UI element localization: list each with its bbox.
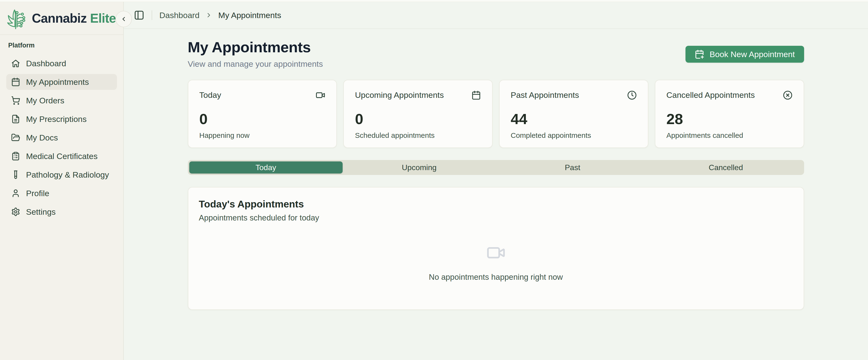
stat-card-value: 44 [511, 111, 637, 127]
window-top-edge [0, 0, 868, 2]
sidebar-item-pathology-radiology[interactable]: Pathology & Radiology [6, 167, 117, 183]
book-new-appointment-button[interactable]: Book New Appointment [685, 46, 804, 63]
stat-card-value: 28 [666, 111, 793, 127]
sidebar-item-label: My Prescriptions [26, 114, 87, 124]
sidebar-item-label: My Appointments [26, 77, 89, 87]
brand-word-secondary: Elite [90, 11, 116, 26]
chevron-right-icon [205, 11, 212, 19]
stat-card-value: 0 [355, 111, 481, 127]
stat-card-cancelled: Cancelled Appointments 28 Appointments c… [655, 80, 804, 148]
breadcrumb-current: My Appointments [218, 10, 281, 20]
stat-card-caption: Happening now [199, 131, 326, 139]
book-button-label: Book New Appointment [710, 50, 795, 59]
page-title: My Appointments [188, 39, 323, 56]
page-subtitle: View and manage your appointments [188, 59, 323, 69]
sidebar-collapse-button[interactable] [116, 11, 132, 27]
sidebar-item-my-orders[interactable]: My Orders [6, 93, 117, 108]
panel-title: Today's Appointments [199, 199, 793, 210]
panel-subtitle: Appointments scheduled for today [199, 213, 793, 222]
page-header: My Appointments View and manage your app… [188, 39, 804, 69]
sidebar-item-label: Medical Certificates [26, 152, 98, 161]
breadcrumb-dashboard[interactable]: Dashboard [159, 10, 199, 20]
tab-today[interactable]: Today [189, 161, 343, 173]
stat-card-today: Today 0 Happening now [188, 80, 337, 148]
appointments-tab-bar: Today Upcoming Past Cancelled [188, 160, 804, 175]
sidebar-item-label: My Docs [26, 133, 58, 142]
sidebar-item-label: Dashboard [26, 59, 66, 68]
page-content: My Appointments View and manage your app… [188, 29, 804, 310]
calendar-icon [471, 90, 481, 100]
topbar-divider [152, 10, 152, 20]
sidebar-item-label: Settings [26, 207, 56, 217]
stat-card-upcoming: Upcoming Appointments 0 Scheduled appoin… [343, 80, 493, 148]
sidebar-item-dashboard[interactable]: Dashboard [6, 56, 117, 71]
video-icon [486, 243, 506, 262]
sidebar-item-label: Profile [26, 189, 49, 198]
sidebar-item-label: Pathology & Radiology [26, 170, 109, 179]
stat-card-past: Past Appointments 44 Completed appointme… [499, 80, 648, 148]
x-circle-icon [783, 90, 793, 100]
file-text-icon [11, 114, 20, 124]
sidebar-item-profile[interactable]: Profile [6, 185, 117, 201]
sidebar-item-settings[interactable]: Settings [6, 204, 117, 220]
stat-card-title: Past Appointments [511, 90, 579, 100]
clock-icon [627, 90, 637, 100]
stat-card-caption: Scheduled appointments [355, 131, 481, 139]
breadcrumb: Dashboard My Appointments [159, 10, 281, 20]
video-icon [316, 90, 325, 100]
user-icon [11, 189, 20, 198]
app-logo: Cannabiz Elite H [0, 2, 123, 35]
stat-card-title: Today [199, 90, 221, 100]
sidebar-section-label: Platform [6, 42, 117, 49]
calendar-icon [11, 77, 20, 87]
stat-card-caption: Completed appointments [511, 131, 637, 139]
stat-card-value: 0 [199, 111, 326, 127]
gear-icon [11, 207, 20, 217]
stat-card-title: Cancelled Appointments [666, 90, 755, 100]
calendar-plus-icon [695, 50, 704, 59]
tab-past[interactable]: Past [496, 161, 649, 173]
test-tube-icon [11, 170, 20, 179]
main-area: Dashboard My Appointments My Appointment… [124, 2, 868, 360]
chevron-left-icon [120, 16, 127, 23]
sidebar: Cannabiz Elite H Platform Dashboard My A… [0, 2, 124, 360]
brand-name: Cannabiz Elite H [32, 11, 123, 26]
empty-state-message: No appointments happening right now [429, 272, 563, 282]
topbar: Dashboard My Appointments [124, 2, 868, 29]
tab-upcoming[interactable]: Upcoming [343, 161, 496, 173]
stat-card-caption: Appointments cancelled [666, 131, 793, 139]
clipboard-list-icon [11, 152, 20, 161]
cart-icon [11, 96, 20, 105]
sidebar-item-medical-certificates[interactable]: Medical Certificates [6, 148, 117, 164]
sidebar-item-label: My Orders [26, 96, 64, 105]
brand-word-primary: Cannabiz [32, 11, 87, 26]
home-icon [11, 59, 20, 68]
app-root: Cannabiz Elite H Platform Dashboard My A… [0, 0, 868, 360]
sidebar-item-my-prescriptions[interactable]: My Prescriptions [6, 111, 117, 127]
todays-appointments-panel: Today's Appointments Appointments schedu… [188, 187, 804, 310]
folder-open-icon [11, 133, 20, 142]
empty-state: No appointments happening right now [199, 222, 793, 302]
sidebar-item-my-appointments[interactable]: My Appointments [6, 74, 117, 90]
sidebar-body: Platform Dashboard My Appointments My Or… [0, 35, 123, 220]
tab-cancelled[interactable]: Cancelled [649, 161, 803, 173]
stats-row: Today 0 Happening now Upcoming Appointme… [188, 80, 804, 148]
cannabis-circuit-logo-icon [6, 7, 28, 29]
stat-card-title: Upcoming Appointments [355, 90, 444, 100]
sidebar-item-my-docs[interactable]: My Docs [6, 130, 117, 145]
sidebar-nav: Dashboard My Appointments My Orders My P… [6, 56, 117, 220]
sidebar-toggle-button[interactable] [134, 10, 145, 21]
panel-left-icon [134, 10, 145, 21]
page-header-text: My Appointments View and manage your app… [188, 39, 323, 69]
